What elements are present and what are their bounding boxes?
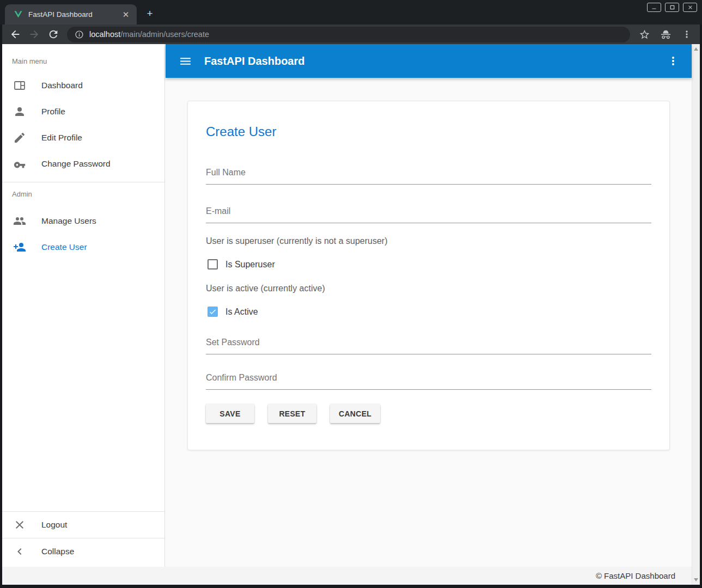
close-icon <box>687 4 693 10</box>
chevron-left-icon <box>13 545 26 558</box>
cancel-button[interactable]: CANCEL <box>330 404 380 423</box>
vue-logo-icon <box>14 10 23 19</box>
sidebar-item-logout[interactable]: Logout <box>2 512 164 538</box>
full-name-input[interactable] <box>206 166 651 185</box>
is-superuser-label: Is Superuser <box>225 260 275 270</box>
page-footer: © FastAPI Dashboard <box>2 567 692 585</box>
sidebar-item-create-user[interactable]: Create User <box>2 234 164 260</box>
main-area: FastAPI Dashboard Create User User is su… <box>166 44 692 567</box>
tab-title: FastAPI Dashboard <box>28 10 120 19</box>
sidebar: Main menu Dashboard Profile Edit Profile… <box>2 44 165 567</box>
sidebar-item-manage-users[interactable]: Manage Users <box>2 208 164 234</box>
sidebar-section-main-menu: Main menu <box>12 57 164 65</box>
minimize-icon <box>651 4 657 11</box>
sidebar-main-list: Dashboard Profile Edit Profile Change Pa… <box>2 72 164 177</box>
new-tab-button[interactable]: + <box>143 7 157 21</box>
sidebar-divider <box>2 182 164 182</box>
page-scrollbar[interactable] <box>692 44 700 585</box>
toolbar-right <box>630 28 700 41</box>
sidebar-item-label: Manage Users <box>41 216 96 226</box>
email-input[interactable] <box>206 204 651 223</box>
browser-tab-strip: FastAPI Dashboard ✕ + <box>0 0 702 24</box>
person-icon <box>13 105 26 118</box>
url-host: localhost <box>89 30 120 39</box>
set-password-input[interactable] <box>206 335 651 354</box>
reset-button[interactable]: RESET <box>268 404 316 423</box>
pencil-icon <box>13 131 26 144</box>
superuser-hint: User is superuser (currently is not a su… <box>206 236 651 246</box>
sidebar-item-label: Collapse <box>41 547 74 556</box>
bookmark-star-icon[interactable] <box>639 29 650 40</box>
sidebar-item-profile[interactable]: Profile <box>2 99 164 125</box>
incognito-icon <box>660 28 672 41</box>
key-icon <box>13 157 26 170</box>
email-field-wrap <box>206 204 651 223</box>
sidebar-section-admin: Admin <box>12 190 164 198</box>
sidebar-item-label: Profile <box>41 107 65 117</box>
tab-close-icon[interactable]: ✕ <box>120 9 131 20</box>
is-active-label: Is Active <box>225 307 258 317</box>
sidebar-item-collapse[interactable]: Collapse <box>2 538 164 565</box>
is-superuser-checkbox[interactable] <box>207 259 218 270</box>
browser-toolbar: localhost/main/admin/users/create <box>2 24 700 44</box>
sidebar-admin-list: Manage Users Create User <box>2 208 164 260</box>
window-minimize-button[interactable] <box>647 3 661 12</box>
scroll-up-icon[interactable] <box>694 47 698 51</box>
close-icon <box>13 518 26 531</box>
maximize-icon <box>669 4 675 10</box>
scroll-down-icon[interactable] <box>694 578 698 581</box>
is-active-checkbox[interactable] <box>207 307 218 317</box>
confirm-password-input[interactable] <box>206 371 651 390</box>
sidebar-item-label: Dashboard <box>41 81 83 90</box>
window-maximize-button[interactable] <box>665 3 679 12</box>
browser-tab[interactable]: FastAPI Dashboard ✕ <box>5 4 137 24</box>
reload-button[interactable] <box>47 28 59 40</box>
sidebar-item-label: Logout <box>41 520 67 530</box>
form-buttons: SAVE RESET CANCEL <box>206 404 651 423</box>
page-viewport: Main menu Dashboard Profile Edit Profile… <box>2 44 700 585</box>
app-title: FastAPI Dashboard <box>204 55 667 68</box>
person-add-icon <box>13 241 26 254</box>
page-title: Create User <box>206 123 651 140</box>
sidebar-item-label: Edit Profile <box>41 133 82 143</box>
address-bar[interactable]: localhost/main/admin/users/create <box>67 27 630 42</box>
forward-button[interactable] <box>28 28 40 40</box>
sidebar-item-edit-profile[interactable]: Edit Profile <box>2 125 164 151</box>
window-controls <box>647 3 697 12</box>
info-icon[interactable] <box>75 30 84 39</box>
app-header: FastAPI Dashboard <box>166 44 692 78</box>
confirm-password-field-wrap <box>206 371 651 390</box>
people-icon <box>13 215 26 228</box>
full-name-field-wrap <box>206 166 651 185</box>
dashboard-icon <box>13 79 26 92</box>
app-menu-kebab-icon[interactable] <box>667 54 680 68</box>
is-superuser-checkbox-row[interactable]: Is Superuser <box>206 259 651 270</box>
set-password-field-wrap <box>206 335 651 354</box>
sidebar-bottom: Logout Collapse <box>2 511 164 565</box>
copyright-text: © FastAPI Dashboard <box>596 571 675 580</box>
window-close-button[interactable] <box>683 3 697 12</box>
is-active-checkbox-row[interactable]: Is Active <box>206 307 651 317</box>
hamburger-menu-icon[interactable] <box>179 54 192 68</box>
sidebar-item-change-password[interactable]: Change Password <box>2 151 164 177</box>
active-hint: User is active (currently active) <box>206 284 651 293</box>
sidebar-item-dashboard[interactable]: Dashboard <box>2 72 164 99</box>
check-icon <box>209 308 217 316</box>
create-user-card: Create User User is superuser (currently… <box>187 101 670 450</box>
sidebar-item-label: Change Password <box>41 159 111 169</box>
sidebar-item-label: Create User <box>41 242 87 252</box>
browser-menu-icon[interactable] <box>681 29 692 40</box>
url-path: /main/admin/users/create <box>120 30 209 39</box>
back-button[interactable] <box>9 28 21 40</box>
save-button[interactable]: SAVE <box>206 404 254 423</box>
